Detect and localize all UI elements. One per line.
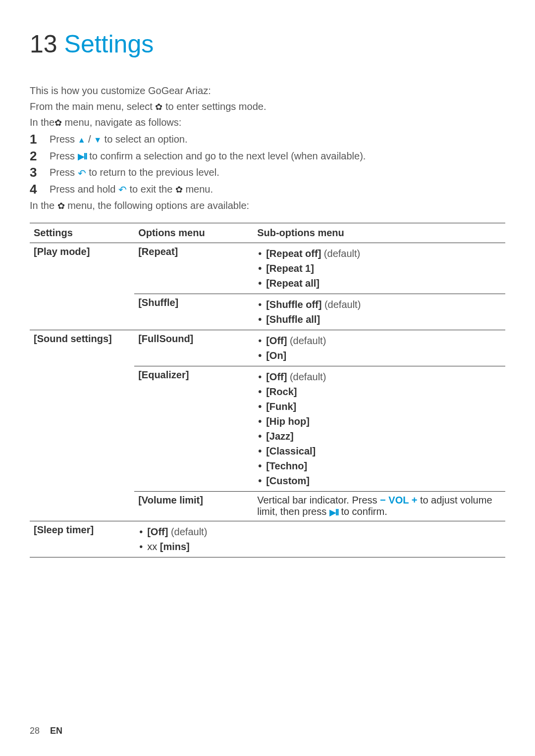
table-header-row: Settings Options menu Sub-options menu bbox=[30, 223, 505, 243]
sub-list: [Off] (default) [Rock] [Funk] [Hip hop] … bbox=[257, 369, 501, 488]
list-item: [Shuffle all] bbox=[257, 312, 501, 327]
list-item: [Off] (default) bbox=[257, 333, 501, 348]
page-number: 28 bbox=[30, 726, 40, 736]
list-item: [Classical] bbox=[257, 444, 501, 458]
list-item: [Jazz] bbox=[257, 429, 501, 444]
language-code: EN bbox=[50, 726, 62, 736]
list-item: [Repeat 1] bbox=[257, 261, 501, 276]
table-row: [Sleep timer] [Off] (default) xx [mins] bbox=[30, 521, 505, 557]
list-item: [Shuffle off] (default) bbox=[257, 297, 501, 312]
sub-list: [Off] (default) [On] bbox=[257, 333, 501, 363]
play-pause-icon: ▶II bbox=[78, 150, 87, 163]
header-settings: Settings bbox=[30, 223, 134, 243]
play-pause-icon: ▶II bbox=[329, 507, 338, 518]
steps-list: 1 Press ▲ / ▼ to select an option. 2 Pre… bbox=[30, 132, 505, 197]
table-row: [Shuffle] [Shuffle off] (default) [Shuff… bbox=[30, 294, 505, 330]
chapter-title: Settings bbox=[64, 30, 154, 58]
table-row: [Volume limit] Vertical bar indicator. P… bbox=[30, 492, 505, 521]
list-item: [Rock] bbox=[257, 384, 501, 399]
vol-plus-icon: + bbox=[412, 495, 418, 505]
page-title: 13 Settings bbox=[30, 30, 505, 58]
chapter-number: 13 bbox=[30, 30, 57, 58]
back-icon: ↶ bbox=[78, 166, 86, 181]
option-repeat: [Repeat] bbox=[134, 243, 253, 294]
header-options: Options menu bbox=[134, 223, 253, 243]
sub-list: [Shuffle off] (default) [Shuffle all] bbox=[257, 297, 501, 327]
up-arrow-icon: ▲ bbox=[78, 134, 86, 146]
list-item: [Repeat all] bbox=[257, 276, 501, 291]
list-item: [Techno] bbox=[257, 458, 501, 473]
list-item: [Off] (default) bbox=[138, 524, 501, 539]
option-fullsound: [FullSound] bbox=[134, 330, 253, 366]
intro-line-3: In the✿ menu, navigate as follows: bbox=[30, 115, 277, 130]
gear-icon: ✿ bbox=[155, 101, 162, 114]
vol-minus-icon: − bbox=[380, 495, 386, 505]
option-shuffle: [Shuffle] bbox=[134, 294, 253, 330]
list-item: [Off] (default) bbox=[257, 369, 501, 384]
table-row: [Sound settings] [FullSound] [Off] (defa… bbox=[30, 330, 505, 366]
setting-sleep-timer: [Sleep timer] bbox=[30, 521, 134, 557]
option-volume-limit: [Volume limit] bbox=[134, 492, 253, 521]
intro-block: This is how you customize GoGear Ariaz: … bbox=[30, 83, 277, 130]
down-arrow-icon: ▼ bbox=[94, 134, 102, 146]
volume-limit-text: Vertical bar indicator. Press − VOL + to… bbox=[253, 492, 505, 521]
list-item: xx [mins] bbox=[138, 539, 501, 554]
sub-list: [Repeat off] (default) [Repeat 1] [Repea… bbox=[257, 246, 501, 291]
setting-play-mode: [Play mode] bbox=[30, 243, 134, 294]
step-3: 3 Press ↶ to return to the previous leve… bbox=[30, 165, 505, 181]
page-footer: 28 EN bbox=[30, 726, 62, 736]
list-item: [Repeat off] (default) bbox=[257, 246, 501, 261]
gear-icon: ✿ bbox=[57, 200, 65, 213]
back-icon: ↶ bbox=[118, 182, 127, 197]
intro-line-1: This is how you customize GoGear Ariaz: bbox=[30, 83, 277, 98]
table-row: [Play mode] [Repeat] [Repeat off] (defau… bbox=[30, 243, 505, 294]
table-row: [Equalizer] [Off] (default) [Rock] [Funk… bbox=[30, 366, 505, 492]
list-item: [Hip hop] bbox=[257, 414, 501, 429]
list-item: [Custom] bbox=[257, 473, 501, 488]
sub-list: [Off] (default) xx [mins] bbox=[138, 524, 501, 554]
header-suboptions: Sub-options menu bbox=[253, 223, 505, 243]
settings-table: Settings Options menu Sub-options menu [… bbox=[30, 223, 505, 557]
gear-icon: ✿ bbox=[54, 116, 62, 130]
list-item: [Funk] bbox=[257, 399, 501, 414]
outro-text: In the ✿ menu, the following options are… bbox=[30, 198, 277, 213]
setting-sound: [Sound settings] bbox=[30, 330, 134, 366]
step-2: 2 Press ▶II to confirm a selection and g… bbox=[30, 149, 505, 164]
option-equalizer: [Equalizer] bbox=[134, 366, 253, 492]
intro-line-2: From the main menu, select ✿ to enter se… bbox=[30, 99, 277, 114]
list-item: [On] bbox=[257, 348, 501, 363]
gear-icon: ✿ bbox=[175, 183, 183, 197]
step-4: 4 Press and hold ↶ to exit the ✿ menu. bbox=[30, 182, 505, 198]
step-1: 1 Press ▲ / ▼ to select an option. bbox=[30, 132, 505, 147]
